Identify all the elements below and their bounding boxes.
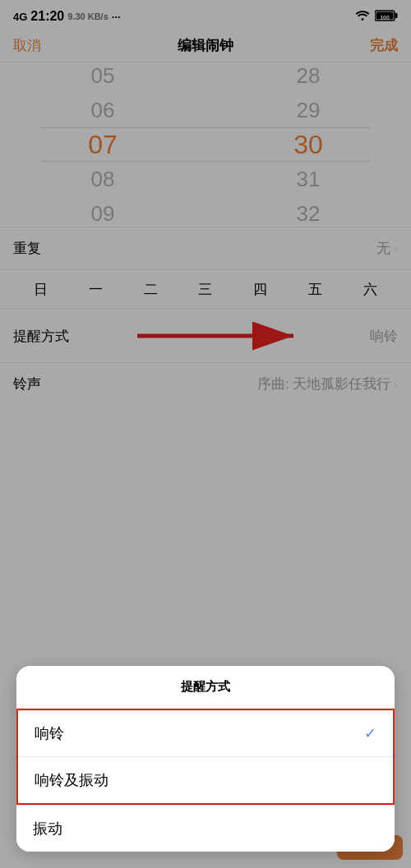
option-ring-vibrate[interactable]: 响铃及振动 [18, 757, 393, 803]
action-sheet-title: 提醒方式 [16, 666, 395, 709]
modal-overlay: 提醒方式 响铃 ✓ 响铃及振动 振动 [0, 0, 411, 868]
option-ring-vibrate-label: 响铃及振动 [35, 770, 109, 790]
option-vibrate[interactable]: 振动 [16, 805, 395, 852]
options-bordered-group: 响铃 ✓ 响铃及振动 [16, 709, 395, 805]
option-vibrate-label: 振动 [33, 819, 62, 838]
checkmark-icon: ✓ [364, 724, 376, 742]
option-ring-label: 响铃 [35, 723, 64, 743]
action-sheet: 提醒方式 响铃 ✓ 响铃及振动 振动 [16, 666, 395, 852]
option-ring[interactable]: 响铃 ✓ [18, 710, 393, 757]
